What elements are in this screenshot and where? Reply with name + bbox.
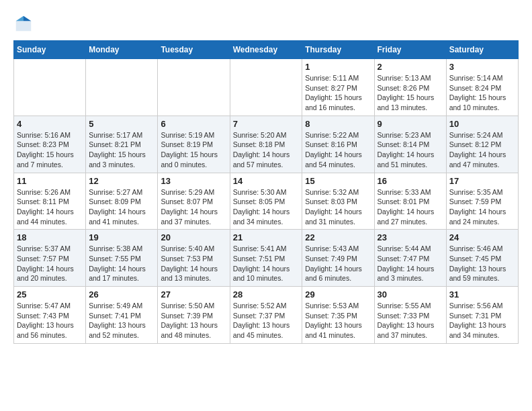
day-number: 20: [161, 232, 226, 242]
day-number: 31: [449, 289, 515, 300]
calendar-week-4: 18Sunrise: 5:37 AM Sunset: 7:57 PM Dayli…: [14, 230, 519, 287]
page-header: [13, 13, 519, 34]
calendar-cell-18: 14Sunrise: 5:30 AM Sunset: 8:05 PM Dayli…: [230, 173, 302, 230]
calendar-cell-19: 15Sunrise: 5:32 AM Sunset: 8:03 PM Dayli…: [302, 173, 374, 230]
day-number: 3: [449, 62, 515, 72]
calendar-cell-3: [158, 59, 230, 116]
day-info: Sunrise: 5:11 AM Sunset: 8:27 PM Dayligh…: [305, 73, 371, 113]
weekday-header-tuesday: Tuesday: [158, 41, 230, 59]
day-info: Sunrise: 5:52 AM Sunset: 7:37 PM Dayligh…: [233, 301, 300, 340]
day-number: 19: [89, 232, 154, 242]
calendar-cell-34: 30Sunrise: 5:55 AM Sunset: 7:33 PM Dayli…: [374, 287, 446, 344]
day-number: 5: [89, 119, 154, 129]
weekday-header-friday: Friday: [374, 41, 446, 59]
day-info: Sunrise: 5:53 AM Sunset: 7:35 PM Dayligh…: [305, 301, 371, 340]
calendar-cell-33: 29Sunrise: 5:53 AM Sunset: 7:35 PM Dayli…: [302, 287, 374, 344]
logo-icon: [13, 13, 34, 34]
calendar-cell-14: 10Sunrise: 5:24 AM Sunset: 8:12 PM Dayli…: [446, 116, 518, 173]
day-info: Sunrise: 5:23 AM Sunset: 8:14 PM Dayligh…: [378, 130, 443, 170]
day-info: Sunrise: 5:22 AM Sunset: 8:16 PM Dayligh…: [305, 130, 371, 170]
calendar-cell-21: 17Sunrise: 5:35 AM Sunset: 7:59 PM Dayli…: [446, 173, 518, 230]
day-number: 17: [449, 176, 515, 186]
day-number: 7: [233, 119, 300, 129]
day-info: Sunrise: 5:43 AM Sunset: 7:49 PM Dayligh…: [305, 244, 371, 283]
calendar-cell-32: 28Sunrise: 5:52 AM Sunset: 7:37 PM Dayli…: [230, 287, 302, 344]
weekday-header-thursday: Thursday: [302, 41, 374, 59]
day-number: 27: [161, 289, 226, 300]
day-number: 23: [378, 232, 443, 242]
day-number: 30: [378, 289, 443, 300]
calendar-cell-29: 25Sunrise: 5:47 AM Sunset: 7:43 PM Dayli…: [14, 287, 86, 344]
svg-marker-1: [24, 16, 31, 21]
day-info: Sunrise: 5:19 AM Sunset: 8:19 PM Dayligh…: [161, 130, 226, 170]
calendar-cell-9: 5Sunrise: 5:17 AM Sunset: 8:21 PM Daylig…: [86, 116, 158, 173]
day-info: Sunrise: 5:33 AM Sunset: 8:01 PM Dayligh…: [378, 187, 443, 227]
day-info: Sunrise: 5:24 AM Sunset: 8:12 PM Dayligh…: [449, 130, 515, 170]
day-number: 15: [305, 176, 371, 186]
day-info: Sunrise: 5:17 AM Sunset: 8:21 PM Dayligh…: [89, 130, 154, 170]
day-number: 10: [449, 119, 515, 129]
calendar-cell-13: 9Sunrise: 5:23 AM Sunset: 8:14 PM Daylig…: [374, 116, 446, 173]
weekday-header-saturday: Saturday: [446, 41, 518, 59]
day-number: 12: [89, 176, 154, 186]
day-info: Sunrise: 5:50 AM Sunset: 7:39 PM Dayligh…: [161, 301, 226, 340]
calendar-cell-27: 23Sunrise: 5:44 AM Sunset: 7:47 PM Dayli…: [374, 230, 446, 287]
day-number: 24: [449, 232, 515, 242]
calendar-cell-26: 22Sunrise: 5:43 AM Sunset: 7:49 PM Dayli…: [302, 230, 374, 287]
logo: [13, 13, 36, 34]
calendar-cell-24: 20Sunrise: 5:40 AM Sunset: 7:53 PM Dayli…: [158, 230, 230, 287]
calendar-cell-1: [14, 59, 86, 116]
day-number: 9: [378, 119, 443, 129]
day-number: 22: [305, 232, 371, 242]
day-number: 29: [305, 289, 371, 300]
day-number: 13: [161, 176, 226, 186]
day-number: 25: [17, 289, 83, 300]
day-info: Sunrise: 5:56 AM Sunset: 7:31 PM Dayligh…: [449, 301, 515, 340]
day-number: 6: [161, 119, 226, 129]
day-info: Sunrise: 5:35 AM Sunset: 7:59 PM Dayligh…: [449, 187, 515, 227]
day-number: 21: [233, 232, 300, 242]
calendar-cell-17: 13Sunrise: 5:29 AM Sunset: 8:07 PM Dayli…: [158, 173, 230, 230]
day-info: Sunrise: 5:30 AM Sunset: 8:05 PM Dayligh…: [233, 187, 300, 227]
calendar-cell-23: 19Sunrise: 5:38 AM Sunset: 7:55 PM Dayli…: [86, 230, 158, 287]
day-info: Sunrise: 5:38 AM Sunset: 7:55 PM Dayligh…: [89, 244, 154, 283]
day-info: Sunrise: 5:13 AM Sunset: 8:26 PM Dayligh…: [378, 73, 443, 113]
day-info: Sunrise: 5:46 AM Sunset: 7:45 PM Dayligh…: [449, 244, 515, 283]
calendar-cell-5: 1Sunrise: 5:11 AM Sunset: 8:27 PM Daylig…: [302, 59, 374, 116]
day-info: Sunrise: 5:41 AM Sunset: 7:51 PM Dayligh…: [233, 244, 300, 283]
day-info: Sunrise: 5:37 AM Sunset: 7:57 PM Dayligh…: [17, 244, 83, 283]
calendar-cell-28: 24Sunrise: 5:46 AM Sunset: 7:45 PM Dayli…: [446, 230, 518, 287]
day-number: 8: [305, 119, 371, 129]
day-info: Sunrise: 5:29 AM Sunset: 8:07 PM Dayligh…: [161, 187, 226, 227]
calendar-week-1: 1Sunrise: 5:11 AM Sunset: 8:27 PM Daylig…: [14, 59, 519, 116]
day-number: 2: [378, 62, 443, 72]
day-number: 1: [305, 62, 371, 72]
day-info: Sunrise: 5:16 AM Sunset: 8:23 PM Dayligh…: [17, 130, 83, 170]
day-info: Sunrise: 5:47 AM Sunset: 7:43 PM Dayligh…: [17, 301, 83, 340]
calendar-cell-11: 7Sunrise: 5:20 AM Sunset: 8:18 PM Daylig…: [230, 116, 302, 173]
day-info: Sunrise: 5:27 AM Sunset: 8:09 PM Dayligh…: [89, 187, 154, 227]
day-number: 11: [17, 176, 83, 186]
calendar-cell-35: 31Sunrise: 5:56 AM Sunset: 7:31 PM Dayli…: [446, 287, 518, 344]
day-info: Sunrise: 5:55 AM Sunset: 7:33 PM Dayligh…: [378, 301, 443, 340]
calendar-cell-15: 11Sunrise: 5:26 AM Sunset: 8:11 PM Dayli…: [14, 173, 86, 230]
calendar-cell-2: [86, 59, 158, 116]
day-info: Sunrise: 5:40 AM Sunset: 7:53 PM Dayligh…: [161, 244, 226, 283]
day-info: Sunrise: 5:32 AM Sunset: 8:03 PM Dayligh…: [305, 187, 371, 227]
day-number: 16: [378, 176, 443, 186]
day-info: Sunrise: 5:14 AM Sunset: 8:24 PM Dayligh…: [449, 73, 515, 113]
weekday-header-wednesday: Wednesday: [230, 41, 302, 59]
calendar-cell-25: 21Sunrise: 5:41 AM Sunset: 7:51 PM Dayli…: [230, 230, 302, 287]
day-info: Sunrise: 5:44 AM Sunset: 7:47 PM Dayligh…: [378, 244, 443, 283]
calendar-week-5: 25Sunrise: 5:47 AM Sunset: 7:43 PM Dayli…: [14, 287, 519, 344]
calendar-cell-12: 8Sunrise: 5:22 AM Sunset: 8:16 PM Daylig…: [302, 116, 374, 173]
day-number: 18: [17, 232, 83, 242]
calendar-table: SundayMondayTuesdayWednesdayThursdayFrid…: [13, 40, 519, 344]
svg-marker-2: [16, 16, 24, 21]
calendar-cell-20: 16Sunrise: 5:33 AM Sunset: 8:01 PM Dayli…: [374, 173, 446, 230]
calendar-cell-30: 26Sunrise: 5:49 AM Sunset: 7:41 PM Dayli…: [86, 287, 158, 344]
day-number: 4: [17, 119, 83, 129]
day-info: Sunrise: 5:20 AM Sunset: 8:18 PM Dayligh…: [233, 130, 300, 170]
calendar-cell-22: 18Sunrise: 5:37 AM Sunset: 7:57 PM Dayli…: [14, 230, 86, 287]
calendar-cell-8: 4Sunrise: 5:16 AM Sunset: 8:23 PM Daylig…: [14, 116, 86, 173]
